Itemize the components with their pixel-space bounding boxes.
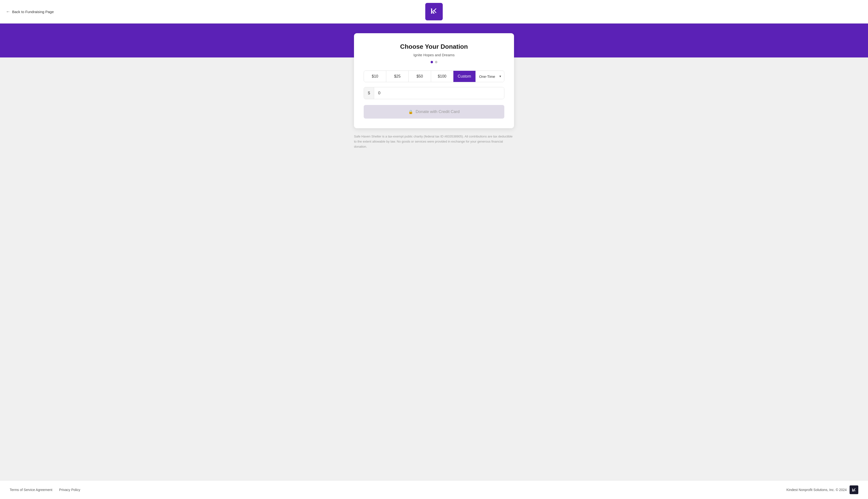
header: ← Back to Fundraising Page k xyxy=(0,0,868,24)
disclaimer-text: Safe Haven Shelter is a tax-exempt publi… xyxy=(354,134,514,149)
footer-logo: k xyxy=(849,485,858,494)
main-content: Choose Your Donation Ignite Hopes and Dr… xyxy=(0,58,868,480)
footer: Terms of Service Agreement Privacy Polic… xyxy=(0,480,868,499)
amount-row: $10 $25 $50 $100 Custom One-Time Monthly… xyxy=(364,71,504,82)
back-to-fundraising-link[interactable]: ← Back to Fundraising Page xyxy=(6,9,54,14)
footer-copyright: Kindest Nonprofit Solutions, Inc. © 2024 xyxy=(786,488,847,492)
logo-letter: k xyxy=(429,6,439,17)
terms-link[interactable]: Terms of Service Agreement xyxy=(10,488,52,492)
amount-btn-custom[interactable]: Custom xyxy=(453,71,475,82)
footer-links: Terms of Service Agreement Privacy Polic… xyxy=(10,488,80,492)
logo-box: k xyxy=(425,3,443,20)
dot-2 xyxy=(435,61,437,63)
donate-button-label: Donate with Credit Card xyxy=(416,109,460,114)
custom-amount-wrapper: $ xyxy=(364,87,504,99)
back-arrow-icon: ← xyxy=(6,9,10,14)
lock-icon: 🔒 xyxy=(408,110,413,114)
frequency-select-wrapper: One-Time Monthly ▼ xyxy=(475,71,504,82)
donate-button[interactable]: 🔒 Donate with Credit Card xyxy=(364,105,504,119)
privacy-link[interactable]: Privacy Policy xyxy=(59,488,80,492)
card-title: Choose Your Donation xyxy=(364,43,504,50)
amount-btn-50[interactable]: $50 xyxy=(408,71,431,82)
card-subtitle: Ignite Hopes and Dreams xyxy=(364,53,504,57)
dollar-sign: $ xyxy=(364,87,374,99)
amount-btn-100[interactable]: $100 xyxy=(431,71,453,82)
footer-right: Kindest Nonprofit Solutions, Inc. © 2024… xyxy=(786,485,858,494)
frequency-select[interactable]: One-Time Monthly xyxy=(475,71,504,82)
amount-btn-25[interactable]: $25 xyxy=(386,71,408,82)
logo-container: k xyxy=(425,3,443,20)
custom-amount-input[interactable] xyxy=(374,87,504,99)
amount-btn-10[interactable]: $10 xyxy=(364,71,386,82)
dot-1 xyxy=(431,61,433,63)
back-link-label: Back to Fundraising Page xyxy=(12,10,54,14)
donation-card: Choose Your Donation Ignite Hopes and Dr… xyxy=(354,33,514,128)
dot-indicators xyxy=(364,61,504,63)
